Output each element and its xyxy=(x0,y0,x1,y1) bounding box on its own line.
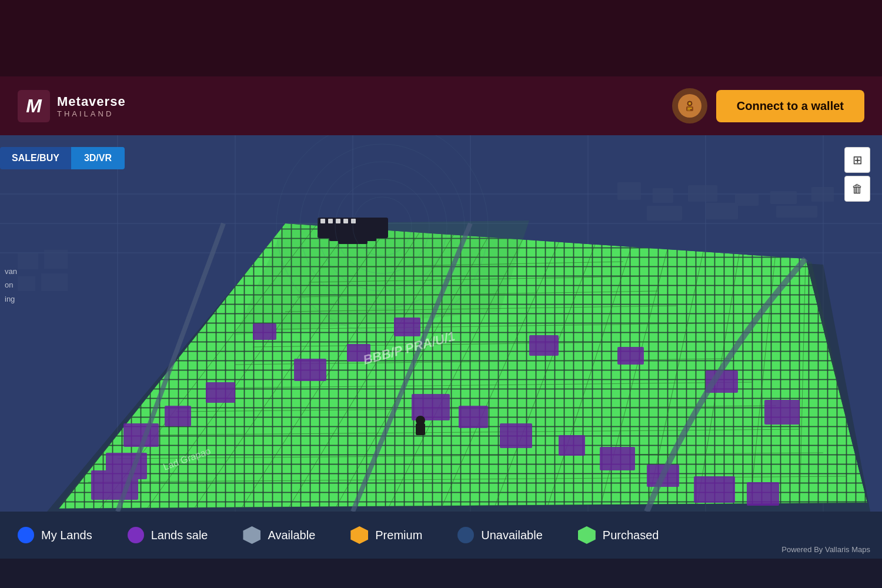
legend-item-unavailable: Unavailable xyxy=(457,527,543,543)
unavailable-label: Unavailable xyxy=(481,529,543,542)
svg-rect-80 xyxy=(747,482,779,506)
svg-rect-79 xyxy=(694,476,735,503)
lands-sale-label: Lands sale xyxy=(151,529,208,542)
svg-rect-75 xyxy=(500,423,532,448)
side-label-2: on xyxy=(5,278,17,292)
premium-label: Premium xyxy=(375,529,422,542)
svg-rect-4 xyxy=(687,109,690,111)
purchased-hex xyxy=(578,526,596,544)
svg-rect-90 xyxy=(338,232,368,244)
legend-item-available: Available xyxy=(243,526,315,544)
logo-letter: M xyxy=(18,90,50,122)
svg-rect-18 xyxy=(688,185,717,202)
svg-rect-20 xyxy=(770,191,797,204)
frame-control-button[interactable]: ⊞ xyxy=(844,147,870,173)
map-controls: ⊞ 🗑 xyxy=(844,147,870,202)
legend-item-purchased: Purchased xyxy=(578,526,659,544)
svg-point-106 xyxy=(416,416,425,425)
svg-rect-22 xyxy=(647,206,682,220)
svg-rect-82 xyxy=(394,318,420,336)
svg-point-1 xyxy=(689,102,691,105)
side-label-1: van xyxy=(5,265,17,278)
svg-rect-68 xyxy=(165,406,191,426)
unavailable-dot xyxy=(457,527,474,543)
my-lands-label: My Lands xyxy=(41,529,92,542)
legend-bar: My Lands Lands sale Available Premium Un… xyxy=(0,512,882,559)
logo-area: M Metaverse THAILAND xyxy=(18,90,126,122)
svg-rect-76 xyxy=(559,435,585,456)
map-svg: BBB/P PRA/U/1 Lad Grapao xyxy=(0,135,882,512)
svg-rect-73 xyxy=(412,394,450,420)
svg-rect-27 xyxy=(18,276,35,291)
svg-rect-74 xyxy=(459,406,488,428)
svg-rect-84 xyxy=(617,347,644,365)
svg-rect-3 xyxy=(687,108,692,109)
wallet-icon-button[interactable] xyxy=(672,88,707,123)
side-labels: van on ing xyxy=(5,265,17,306)
header-right: Connect to a wallet xyxy=(672,88,864,123)
vr-button[interactable]: 3D/VR xyxy=(71,147,125,169)
top-decorative-bar xyxy=(0,0,882,76)
svg-rect-24 xyxy=(776,206,817,218)
my-lands-dot xyxy=(18,527,34,543)
purchased-label: Purchased xyxy=(603,529,659,542)
svg-rect-16 xyxy=(617,182,641,200)
svg-rect-71 xyxy=(294,359,326,381)
connect-wallet-button[interactable]: Connect to a wallet xyxy=(716,90,864,122)
available-hex xyxy=(243,526,260,544)
svg-rect-26 xyxy=(44,250,68,269)
svg-rect-83 xyxy=(529,335,559,356)
logo-subtitle: THAILAND xyxy=(57,109,126,118)
svg-rect-92 xyxy=(328,219,333,223)
svg-rect-86 xyxy=(764,400,800,425)
premium-hex xyxy=(350,526,368,544)
svg-rect-70 xyxy=(206,382,235,403)
svg-rect-19 xyxy=(735,194,759,206)
svg-rect-25 xyxy=(18,253,38,269)
sale-buy-button[interactable]: SALE/BUY xyxy=(0,147,71,169)
svg-rect-28 xyxy=(41,273,68,291)
available-label: Available xyxy=(268,529,315,542)
powered-by-text: Powered By Vallaris Maps xyxy=(781,545,870,554)
trash-icon: 🗑 xyxy=(851,182,863,196)
map-container: BBB/P PRA/U/1 Lad Grapao SALE/BUY 3D/VR … xyxy=(0,135,882,512)
delete-control-button[interactable]: 🗑 xyxy=(844,176,870,202)
wallet-icon xyxy=(678,94,701,118)
logo-text: Metaverse THAILAND xyxy=(57,94,126,118)
svg-rect-77 xyxy=(600,447,635,470)
legend-item-lands-sale: Lands sale xyxy=(128,527,208,543)
legend-item-my-lands: My Lands xyxy=(18,527,92,543)
svg-rect-94 xyxy=(343,219,348,223)
svg-rect-17 xyxy=(653,188,673,203)
lands-sale-dot xyxy=(128,527,144,543)
frame-icon: ⊞ xyxy=(853,153,863,167)
map-overlay-buttons: SALE/BUY 3D/VR xyxy=(0,147,125,169)
legend-item-premium: Premium xyxy=(350,526,422,544)
logo-title: Metaverse xyxy=(57,94,126,109)
svg-rect-23 xyxy=(706,203,738,219)
svg-rect-93 xyxy=(336,219,340,223)
svg-rect-81 xyxy=(253,323,276,340)
side-label-3: ing xyxy=(5,292,17,306)
header: M Metaverse THAILAND Connect to a wallet xyxy=(0,76,882,135)
svg-rect-91 xyxy=(320,219,325,223)
svg-rect-21 xyxy=(811,187,834,202)
